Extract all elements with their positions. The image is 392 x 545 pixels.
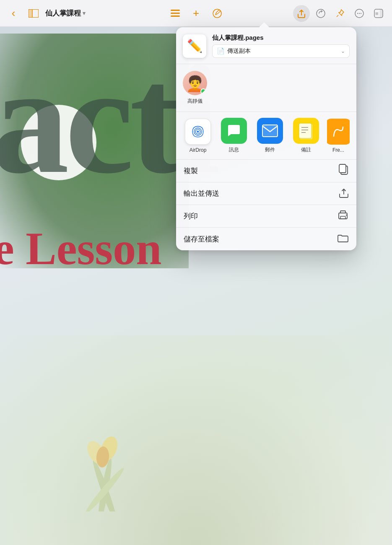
- svg-rect-34: [339, 213, 347, 219]
- svg-point-24: [197, 130, 199, 132]
- messages-app-item[interactable]: 訊息: [219, 118, 249, 153]
- person-avatar: 🧑‍🦱: [183, 71, 207, 95]
- svg-point-17: [359, 13, 360, 13]
- svg-rect-35: [340, 216, 345, 219]
- format-dropdown-label: 傳送副本: [227, 47, 251, 55]
- svg-text:≡: ≡: [375, 10, 379, 17]
- edit-button[interactable]: [209, 5, 226, 22]
- apps-row: AirDrop 訊息 郵件: [176, 112, 356, 160]
- save-files-action[interactable]: 儲存至檔案: [176, 228, 356, 250]
- format-doc-icon: 📄: [217, 47, 225, 55]
- save-files-label: 儲存至檔案: [184, 234, 219, 244]
- svg-point-2: [83, 466, 126, 511]
- pages-icon: ✏️: [187, 39, 202, 53]
- add-button[interactable]: +: [188, 5, 205, 22]
- plant-circle: [21, 105, 96, 180]
- person-item[interactable]: 🧑‍🦱 高靜儀: [183, 71, 207, 105]
- back-button[interactable]: ‹: [5, 5, 22, 22]
- panel-header: ✏️ 仙人掌課程.pages 📄 傳送副本 ⌄: [176, 27, 356, 64]
- print-icon: [337, 210, 349, 223]
- messages-label: 訊息: [229, 146, 239, 153]
- freeform-label: Fre...: [332, 147, 344, 153]
- toolbar-left: ‹ 仙人掌課程 ▾: [5, 5, 291, 22]
- person-name: 高靜儀: [187, 98, 202, 105]
- messages-icon: [221, 118, 247, 144]
- print-label: 列印: [184, 211, 198, 221]
- export-action[interactable]: 輸出並傳送: [176, 182, 356, 205]
- file-icon: ✏️: [183, 34, 206, 58]
- format-dropdown[interactable]: 📄 傳送副本 ⌄: [212, 44, 350, 58]
- file-info: 仙人掌課程.pages 📄 傳送副本 ⌄: [212, 34, 350, 58]
- sidebar-toggle-button[interactable]: [25, 5, 42, 22]
- svg-point-5: [96, 446, 110, 468]
- svg-rect-21: [380, 9, 383, 18]
- notes-label: 備註: [301, 146, 311, 153]
- copy-icon: [338, 164, 349, 178]
- freeform-app-item[interactable]: Fre...: [327, 119, 350, 153]
- svg-rect-28: [299, 123, 312, 138]
- airdrop-icon: [185, 119, 211, 145]
- pin-button[interactable]: [332, 5, 348, 22]
- svg-line-14: [337, 15, 338, 17]
- filename-label: 仙人掌課程.pages: [212, 34, 350, 42]
- svg-point-3: [83, 438, 109, 467]
- more-button[interactable]: [351, 5, 368, 22]
- svg-point-18: [361, 13, 361, 13]
- copy-label: 複製: [184, 166, 198, 176]
- undo-button[interactable]: [312, 5, 329, 22]
- mail-icon: [257, 118, 283, 144]
- export-icon: [339, 187, 349, 201]
- svg-point-13: [317, 9, 325, 18]
- plant-overlay: [0, 34, 189, 268]
- dropdown-chevron-icon: ⌄: [341, 48, 345, 54]
- print-action[interactable]: 列印: [176, 205, 356, 228]
- people-row: 🧑‍🦱 高靜儀: [176, 64, 356, 112]
- svg-rect-33: [339, 164, 346, 173]
- folder-icon: [337, 233, 349, 245]
- mail-label: 郵件: [265, 146, 275, 153]
- svg-rect-9: [171, 10, 180, 11]
- freeform-icon: [327, 119, 350, 145]
- share-panel: ✏️ 仙人掌課程.pages 📄 傳送副本 ⌄ 🧑‍🦱 高靜儀: [176, 27, 356, 250]
- svg-rect-25: [262, 125, 278, 137]
- search-button[interactable]: ≡: [370, 5, 387, 22]
- notes-icon: [293, 118, 319, 144]
- list-view-button[interactable]: [167, 5, 184, 22]
- svg-point-1: [96, 457, 114, 511]
- toolbar-center: +: [167, 5, 226, 22]
- flower-area: [0, 335, 392, 545]
- svg-point-0: [90, 458, 119, 511]
- svg-rect-6: [29, 9, 32, 18]
- actions-list: 複製 輸出並傳送 列印: [176, 160, 356, 250]
- airdrop-label: AirDrop: [190, 147, 207, 153]
- airdrop-app-item[interactable]: AirDrop: [183, 119, 213, 153]
- export-label: 輸出並傳送: [184, 189, 219, 198]
- mail-app-item[interactable]: 郵件: [255, 118, 285, 153]
- title-chevron-icon: ▾: [83, 10, 86, 16]
- toolbar-right: ≡: [293, 5, 387, 22]
- bg-text-lesson: e Lesson: [0, 222, 161, 275]
- svg-point-4: [98, 434, 120, 463]
- online-indicator: [200, 88, 206, 94]
- copy-action[interactable]: 複製: [176, 160, 356, 182]
- notes-app-item[interactable]: 備註: [291, 118, 321, 153]
- toolbar: ‹ 仙人掌課程 ▾ +: [0, 0, 392, 27]
- svg-point-36: [346, 214, 347, 215]
- svg-point-16: [357, 13, 358, 13]
- svg-rect-11: [171, 16, 180, 17]
- share-button[interactable]: [293, 5, 310, 22]
- svg-rect-10: [171, 13, 180, 14]
- document-title[interactable]: 仙人掌課程 ▾: [45, 8, 86, 18]
